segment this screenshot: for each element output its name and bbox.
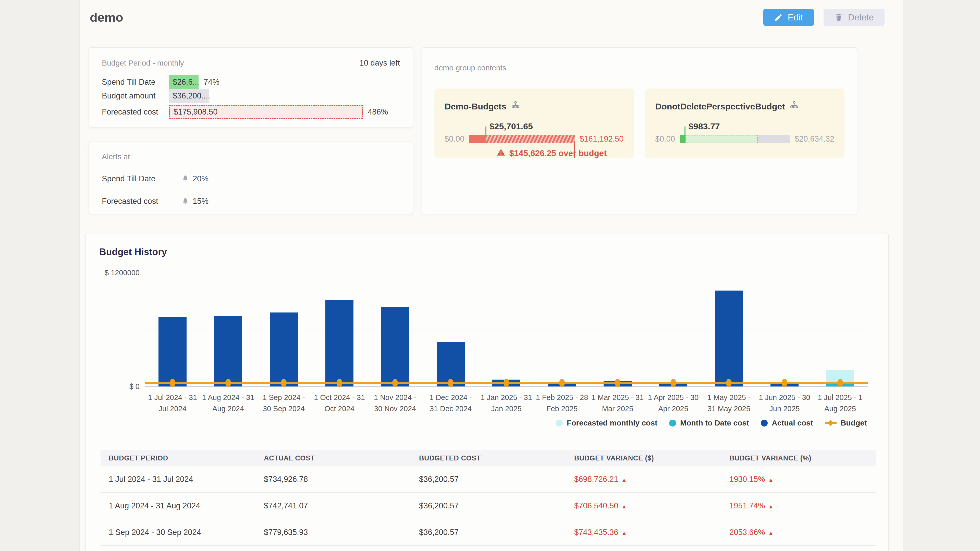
x-axis-label: 1 Oct 2024 - 31 Oct 2024	[312, 392, 367, 414]
x-axis-label: 1 Sep 2024 - 30 Sep 2024	[256, 392, 312, 414]
budget-meter: $0.00$983.77$20,634.32	[655, 135, 835, 144]
spend-marker-value: $983.77	[689, 121, 720, 131]
alert-row-label: Spend Till Date	[102, 174, 181, 183]
budget-history-table: BUDGET PERIODACTUAL COSTBUDGETED COSTBUD…	[100, 450, 877, 546]
warning-icon	[496, 148, 505, 159]
meter-track: $983.77	[679, 135, 790, 143]
up-triangle-icon: ▲	[621, 477, 627, 483]
table-column-header: BUDGET VARIANCE (%)	[721, 454, 877, 462]
chart-title: Budget History	[99, 247, 167, 257]
budget-spend-chip: $26,6...	[169, 75, 199, 89]
chart-slot	[145, 273, 200, 386]
cell-budget-variance-pct: 1930.15%▲	[721, 475, 877, 484]
budget-history-card: Budget History $ 1200000 $ 0 1 Jul 2024 …	[86, 233, 889, 551]
budget-point-marker	[670, 379, 676, 387]
edit-button[interactable]: Edit	[763, 9, 814, 26]
legend-dot-marker	[669, 420, 676, 427]
budget-point-marker	[726, 379, 732, 387]
actual-cost-bar	[214, 316, 242, 386]
table-row: 1 Aug 2024 - 31 Aug 2024$742,741.07$36,2…	[100, 493, 877, 519]
table-column-header: BUDGET PERIOD	[100, 454, 256, 462]
delete-button[interactable]: Delete	[824, 9, 885, 26]
budget-period-rows: Spend Till Date$26,6...74%Budget amount$…	[102, 75, 400, 119]
cell-budgeted-cost: $36,200.57	[411, 475, 566, 484]
budget-period-row-label: Budget amount	[102, 91, 169, 100]
meter-max-label: $161,192.50	[579, 135, 624, 144]
over-budget-segment	[486, 135, 575, 143]
group-contents-card: demo group contents Demo-Budgets$0.00$25…	[422, 47, 857, 214]
meter-max-label: $20,634.32	[795, 135, 834, 144]
budget-point-marker	[337, 379, 342, 387]
hierarchy-icon	[790, 101, 799, 112]
group-budget-list: Demo-Budgets$0.00$25,701.65$145,626.25 o…	[434, 89, 845, 158]
spend-segment	[679, 135, 685, 143]
budget-budget-chip: $36,200....	[169, 89, 209, 103]
forecast-segment	[685, 135, 758, 143]
page-header: demo Edit Delete	[80, 0, 903, 35]
legend-item: Actual cost	[761, 419, 813, 427]
legend-label: Forecasted monthly cost	[567, 419, 657, 427]
chart-slot	[757, 273, 812, 386]
budget-period-pct: 74%	[204, 78, 220, 87]
up-triangle-icon: ▲	[621, 530, 627, 536]
cell-budget-variance-pct: 1951.74%▲	[721, 501, 877, 510]
trash-icon	[834, 13, 843, 22]
actual-cost-bar	[325, 300, 353, 386]
pencil-icon	[774, 13, 783, 22]
group-budget-name-text[interactable]: Demo-Budgets	[445, 102, 506, 111]
header-actions: Edit Delete	[763, 9, 885, 26]
budget-period-row: Spend Till Date$26,6...74%	[102, 75, 400, 89]
legend-item: Month to Date cost	[669, 419, 749, 427]
group-budget-item: DonotDeletePerspectiveBudget$0.00$983.77…	[645, 89, 845, 158]
table-body: 1 Jul 2024 - 31 Jul 2024$734,926.78$36,2…	[100, 466, 877, 546]
alert-row: Forecasted cost15%	[102, 197, 400, 206]
budget-period-row: Budget amount$36,200....	[102, 89, 400, 103]
budget-point-marker	[392, 379, 398, 387]
chart-slot	[701, 273, 757, 386]
alerts-card: Alerts at Spend Till Date20%Forecasted c…	[89, 141, 413, 214]
over-budget-label: $145,626.25 over budget	[496, 148, 607, 159]
x-axis-label: 1 Feb 2025 - 28 Feb 2025	[534, 392, 590, 414]
actual-cost-bar	[270, 313, 298, 386]
cell-budget-variance-usd: $743,435.36▲	[566, 528, 721, 537]
budget-period-card: Budget Period - monthly 10 days left Spe…	[89, 47, 413, 127]
alerts-title: Alerts at	[102, 152, 400, 161]
group-budget-item: Demo-Budgets$0.00$25,701.65$145,626.25 o…	[434, 89, 634, 158]
up-triangle-icon: ▲	[621, 503, 627, 510]
table-row: 1 Sep 2024 - 30 Sep 2024$779,635.93$36,2…	[100, 519, 877, 546]
spend-segment	[469, 135, 486, 143]
alert-threshold-value: 20%	[192, 174, 208, 183]
chart-legend: Forecasted monthly costMonth to Date cos…	[556, 419, 867, 427]
alert-row-label: Forecasted cost	[102, 197, 181, 206]
chart-slot	[479, 273, 534, 386]
budget-point-marker	[225, 379, 231, 387]
group-budget-name-text[interactable]: DonotDeletePerspectiveBudget	[655, 102, 785, 111]
spend-marker-value: $25,701.65	[490, 121, 533, 131]
actual-cost-bar	[715, 291, 743, 386]
meter-track: $25,701.65$145,626.25 over budget	[469, 135, 575, 143]
cell-budget-variance-pct: 2053.66%▲	[721, 528, 877, 537]
chart-slot	[423, 273, 479, 386]
x-axis-label: 1 Nov 2024 - 30 Nov 2024	[367, 392, 423, 414]
budget-point-marker	[837, 379, 843, 387]
chart-slot	[534, 273, 590, 386]
over-budget-text: $145,626.25 over budget	[509, 148, 607, 158]
y-axis-label-max: $ 1200000	[91, 268, 140, 277]
spend-marker-tick	[485, 127, 487, 143]
legend-item: Budget	[825, 419, 867, 427]
bell-icon	[181, 175, 189, 183]
chart-slot	[367, 273, 423, 386]
budget-point-marker	[615, 379, 620, 387]
cell-budget-variance-usd: $706,540.50▲	[566, 501, 721, 510]
budget-point-marker	[559, 379, 565, 387]
legend-label: Actual cost	[772, 419, 813, 427]
cell-budget-variance-usd: $698,726.21▲	[566, 475, 721, 484]
budget-point-marker	[170, 379, 175, 387]
legend-item: Forecasted monthly cost	[556, 419, 657, 427]
up-triangle-icon: ▲	[768, 503, 774, 510]
alert-threshold-value: 15%	[192, 197, 208, 206]
cell-budget-period: 1 Jul 2024 - 31 Jul 2024	[100, 475, 256, 484]
legend-line-marker	[825, 422, 837, 424]
budget-period-row-label: Spend Till Date	[102, 78, 169, 87]
table-column-header: ACTUAL COST	[256, 454, 411, 462]
